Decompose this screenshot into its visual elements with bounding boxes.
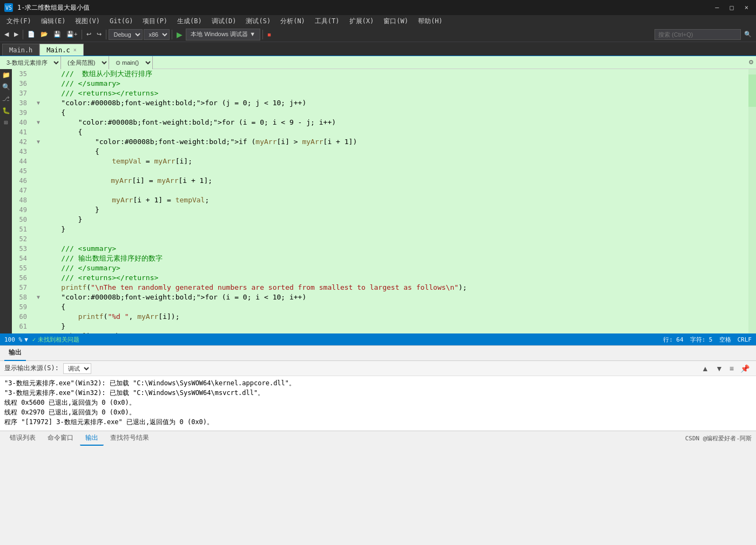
nav-bar: 3-数组元素排序 (全局范围) ⊙ main() ⚙	[0, 56, 756, 69]
search-input[interactable]	[654, 29, 741, 40]
tab-bar: Main.h Main.c ×	[0, 42, 756, 56]
stop-button[interactable]: ■	[265, 29, 273, 40]
menu-item-h[interactable]: 帮助(H)	[414, 16, 447, 27]
code-line-36: 36 /// </summary>	[12, 79, 748, 88]
output-next-button[interactable]: ▼	[713, 363, 725, 374]
code-line-61: 61 }	[12, 322, 748, 331]
toolbar: ◀ ▶ 📄 📂 💾 💾+ ↩ ↪ Debug x86 ▶ 本地 Windows …	[0, 27, 756, 42]
code-line-41: 41 {	[12, 127, 748, 137]
bottom-tabs: 错误列表 命令窗口 输出 查找符号结果 CSDN @编程爱好者-阿斯	[0, 431, 756, 446]
title-bar: VS 1-求二维数组最大最小值 — □ ×	[0, 0, 756, 15]
find-symbol-tab[interactable]: 查找符号结果	[105, 431, 154, 446]
search-button[interactable]: 🔍	[742, 29, 754, 40]
open-file-button[interactable]: 📂	[38, 29, 50, 40]
output-line: 程序 "[17972] 3-数组元素排序.exe" 已退出,返回值为 0 (0x…	[4, 417, 752, 427]
fold-icon[interactable]: ▼	[35, 118, 42, 127]
line-code: }	[42, 205, 748, 215]
line-number: 50	[12, 215, 31, 224]
menu-item-gitg[interactable]: Git(G)	[105, 16, 137, 26]
fold-icon[interactable]: ▼	[35, 98, 42, 108]
app-icon: VS	[4, 3, 13, 12]
zoom-level: 100 %	[4, 336, 22, 343]
menu-item-e[interactable]: 编辑(E)	[37, 16, 70, 27]
line-code: }	[42, 224, 748, 234]
code-line-57: 57 printf("\nThe ten randomly generated …	[12, 283, 748, 292]
output-panel: 输出 显示输出来源(S): 调试 生成 常规 ▲ ▼ ≡ 📌 "3-数组元素排序…	[0, 345, 756, 431]
line-code: printf("%d ", myArr[i]);	[42, 312, 748, 322]
nav-settings-button[interactable]: ⚙	[746, 57, 756, 69]
debug-icon[interactable]: 🐛	[1, 107, 11, 117]
menu-item-n[interactable]: 分析(N)	[276, 16, 309, 27]
output-tab[interactable]: 输出	[80, 431, 104, 446]
context-dropdown[interactable]: (全局范围)	[61, 56, 109, 69]
line-code: /// 数组从小到大进行排序	[42, 69, 748, 79]
explorer-icon[interactable]: 📁	[1, 71, 11, 81]
menu-item-s[interactable]: 测试(S)	[241, 16, 275, 27]
line-number: 46	[12, 176, 31, 186]
search-icon[interactable]: 🔍	[1, 83, 11, 93]
function-dropdown[interactable]: ⊙ main()	[109, 56, 153, 69]
close-button[interactable]: ×	[741, 4, 752, 11]
scope-dropdown[interactable]: 3-数组元素排序	[0, 56, 61, 69]
menu-item-d[interactable]: 调试(D)	[207, 16, 241, 27]
code-line-50: 50 }	[12, 215, 748, 224]
output-pin-button[interactable]: 📌	[738, 363, 752, 374]
output-prev-button[interactable]: ▲	[699, 363, 711, 374]
platform-dropdown[interactable]: x86	[144, 29, 170, 40]
line-number: 43	[12, 147, 31, 156]
title-text: 1-求二维数组最大最小值	[17, 3, 90, 12]
line-number: 59	[12, 302, 31, 312]
output-source-dropdown[interactable]: 调试 生成 常规	[63, 363, 91, 374]
code-area[interactable]: 35 /// 数组从小到大进行排序36 /// </summary>37 ///…	[12, 69, 748, 333]
run-with-debugger-button[interactable]: 本地 Windows 调试器 ▼	[186, 29, 260, 40]
forward-button[interactable]: ▶	[12, 29, 21, 40]
menu-item-p[interactable]: 项目(P)	[138, 16, 172, 27]
maximize-button[interactable]: □	[727, 4, 737, 11]
zoom-dropdown-icon[interactable]: ▼	[24, 336, 28, 343]
save-all-button[interactable]: 💾+	[64, 29, 79, 40]
fold-icon[interactable]: ▼	[35, 137, 42, 147]
code-line-35: 35 /// 数组从小到大进行排序	[12, 69, 748, 79]
line-code: /// </summary>	[42, 263, 748, 273]
line-number: 48	[12, 195, 31, 205]
tab-main-h[interactable]: Main.h	[2, 44, 39, 56]
right-scrollbar[interactable]	[748, 69, 756, 333]
output-clear-button[interactable]: ≡	[727, 363, 736, 374]
menu-item-t[interactable]: 工具(T)	[310, 16, 344, 27]
code-line-39: 39 {	[12, 108, 748, 118]
minimize-button[interactable]: —	[712, 4, 722, 11]
menu-item-v[interactable]: 视图(V)	[71, 16, 104, 27]
menu-item-f[interactable]: 文件(F)	[2, 16, 36, 27]
line-code: printf("\n\n");	[41, 331, 748, 333]
redo-button[interactable]: ↪	[94, 29, 104, 40]
tab-close-icon[interactable]: ×	[73, 47, 77, 53]
code-line-55: 55 /// </summary>	[12, 263, 748, 273]
activity-bar: 📁 🔍 ⎇ 🐛 ⊞	[0, 69, 12, 333]
source-label: 显示输出来源(S):	[4, 364, 59, 373]
code-line-53: 53 /// <summary>	[12, 244, 748, 254]
error-list-tab[interactable]: 错误列表	[4, 431, 41, 446]
line-number: 56	[12, 273, 31, 283]
output-line: "3-数组元素排序.exe"(Win32): 已加载 "C:\Windows\S…	[4, 378, 752, 388]
command-window-tab[interactable]: 命令窗口	[42, 431, 79, 446]
menu-item-w[interactable]: 窗口(W)	[379, 16, 413, 27]
line-code: myArr[i + 1] = tempVal;	[42, 195, 748, 205]
back-button[interactable]: ◀	[2, 29, 11, 40]
run-button[interactable]: ▶	[174, 29, 185, 40]
fold-icon[interactable]: ▼	[35, 292, 42, 302]
code-editor[interactable]: 35 /// 数组从小到大进行排序36 /// </summary>37 ///…	[12, 69, 748, 333]
menu-item-x[interactable]: 扩展(X)	[345, 16, 379, 27]
line-number: 61	[12, 322, 31, 331]
line-number: 36	[12, 79, 31, 88]
output-line: 线程 0x5600 已退出,返回值为 0 (0x0)。	[4, 398, 752, 407]
git-icon[interactable]: ⎇	[1, 95, 11, 105]
menu-item-b[interactable]: 生成(B)	[173, 16, 206, 27]
debug-config-dropdown[interactable]: Debug	[109, 29, 143, 40]
output-content: "3-数组元素排序.exe"(Win32): 已加载 "C:\Windows\S…	[0, 376, 756, 431]
output-tab-title[interactable]: 输出	[4, 346, 26, 361]
undo-button[interactable]: ↩	[84, 29, 93, 40]
extensions-icon[interactable]: ⊞	[1, 119, 11, 128]
save-button[interactable]: 💾	[51, 29, 63, 40]
new-file-button[interactable]: 📄	[25, 29, 37, 40]
tab-main-c[interactable]: Main.c ×	[39, 44, 83, 56]
